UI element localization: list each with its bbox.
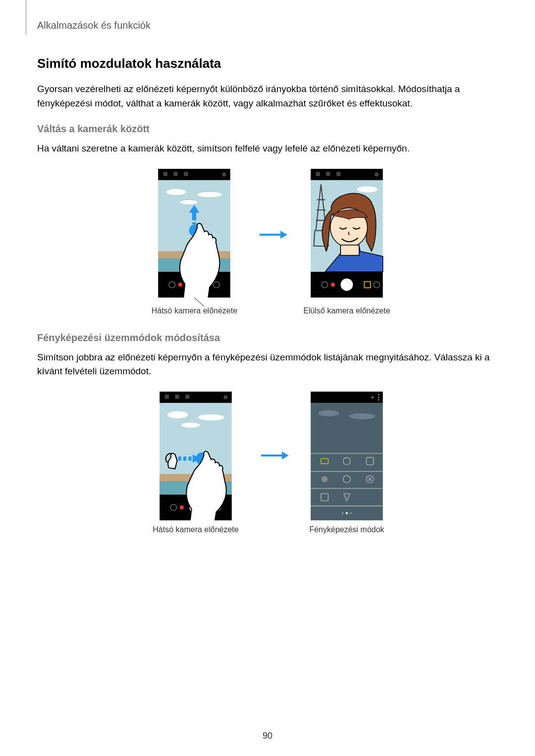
caption-rear-1: Hátsó kamera előnézete: [152, 306, 237, 315]
subsection-heading-2: Fényképezési üzemmódok módosítása: [37, 332, 498, 344]
svg-point-48: [181, 422, 200, 427]
svg-point-82: [346, 512, 348, 514]
svg-point-26: [374, 172, 378, 176]
svg-point-36: [331, 282, 335, 286]
caption-front-1: Elülső kamera előnézete: [303, 306, 390, 315]
page-number: 90: [0, 731, 535, 741]
svg-rect-0: [159, 169, 231, 180]
svg-point-6: [166, 188, 187, 196]
illustration-modes-list: +: [305, 392, 389, 534]
intro-paragraph: Gyorsan vezérelheti az előnézeti képerny…: [37, 82, 498, 110]
illustration-rear-swipe-right: Hátsó kamera előnézete: [146, 392, 245, 534]
svg-rect-40: [160, 392, 232, 403]
svg-rect-58: [183, 456, 186, 460]
svg-point-4: [222, 172, 226, 176]
subsection-1-text: Ha váltani szeretne a kamerák között, si…: [37, 142, 498, 156]
svg-rect-24: [326, 172, 330, 176]
svg-rect-33: [341, 245, 359, 255]
figure-row-2: Hátsó kamera előnézete +: [37, 392, 498, 534]
svg-rect-67: [311, 403, 383, 520]
phone-modes-icon: +: [305, 392, 389, 520]
arrow-right-icon: [259, 229, 288, 241]
svg-point-37: [341, 278, 353, 291]
svg-point-8: [180, 200, 198, 204]
phone-rear-swipe-icon: [145, 169, 244, 298]
svg-rect-2: [174, 172, 178, 176]
svg-rect-25: [336, 172, 340, 176]
svg-point-64: [378, 396, 379, 398]
illustration-rear-swipe: Hátsó kamera előnézete: [145, 169, 244, 315]
svg-rect-16: [192, 222, 196, 224]
section-heading: Simító mozdulatok használata: [37, 56, 498, 71]
svg-point-69: [349, 413, 375, 419]
svg-rect-43: [185, 395, 189, 399]
subsection-heading-1: Váltás a kamerák között: [37, 123, 498, 135]
svg-point-44: [223, 395, 227, 399]
svg-point-81: [342, 512, 344, 514]
svg-point-53: [180, 505, 184, 509]
svg-rect-3: [184, 172, 188, 176]
svg-point-65: [378, 394, 379, 395]
svg-rect-42: [175, 395, 179, 399]
caption-rear-2: Hátsó kamera előnézete: [153, 525, 238, 534]
svg-point-13: [178, 282, 182, 286]
svg-rect-41: [165, 395, 169, 399]
svg-point-75: [321, 476, 327, 482]
figure-row-1: Hátsó kamera előnézete: [37, 169, 498, 315]
svg-text:+: +: [371, 393, 375, 401]
svg-line-20: [194, 298, 204, 306]
svg-rect-22: [311, 169, 383, 180]
running-header: Alkalmazások és funkciók: [37, 20, 498, 31]
phone-rear-swipe-right-icon: [146, 392, 245, 520]
svg-point-47: [198, 414, 224, 420]
svg-point-46: [167, 411, 188, 418]
svg-point-68: [319, 410, 339, 416]
illustration-front-selfie: Elülső kamera előnézete: [303, 169, 390, 315]
arrow-right-2: [260, 450, 290, 461]
svg-point-83: [350, 512, 352, 514]
arrow-right-1: [259, 229, 288, 241]
svg-point-28: [357, 186, 378, 192]
caption-modes: Fényképezési módok: [309, 525, 384, 534]
svg-rect-57: [178, 456, 181, 460]
svg-rect-1: [163, 172, 167, 176]
svg-point-7: [197, 191, 223, 197]
svg-rect-59: [188, 456, 191, 460]
svg-rect-23: [316, 172, 320, 176]
arrow-right-icon: [260, 450, 290, 461]
phone-front-selfie-icon: [305, 169, 389, 298]
svg-point-66: [378, 399, 379, 401]
subsection-2-text: Simítson jobbra az előnézeti képernyőn a…: [37, 351, 498, 379]
